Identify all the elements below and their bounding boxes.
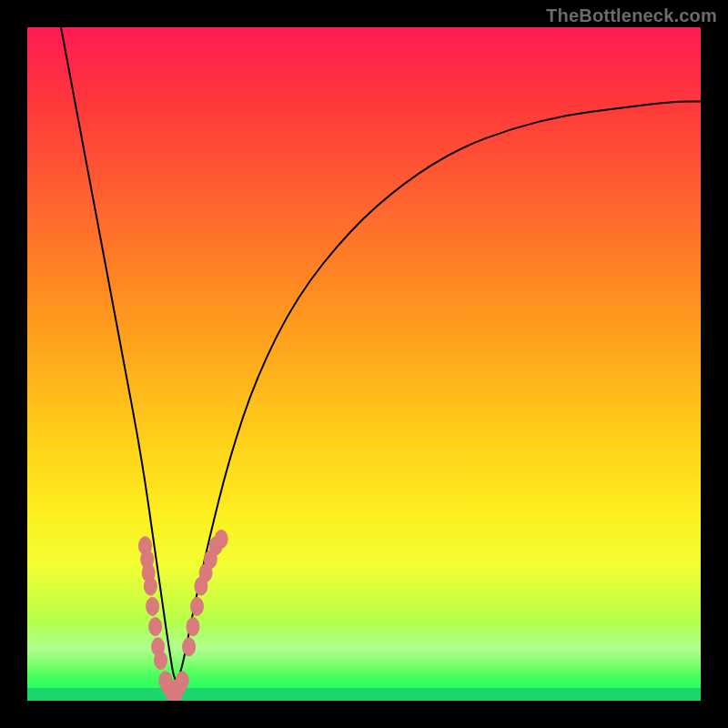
scatter-dot xyxy=(155,652,167,670)
chart-svg xyxy=(27,27,701,701)
scatter-dot xyxy=(149,618,162,636)
plot-area xyxy=(27,27,701,701)
scatter-dot xyxy=(176,672,188,690)
scatter-dot xyxy=(147,597,159,615)
scatter-dot xyxy=(183,638,196,656)
watermark-text: TheBottleneck.com xyxy=(546,5,717,26)
scatter-dots xyxy=(139,530,228,701)
scatter-dot xyxy=(187,618,199,636)
scatter-dot xyxy=(215,530,228,548)
bottleneck-curve xyxy=(61,27,701,681)
scatter-dot xyxy=(191,597,204,615)
scatter-dot xyxy=(144,577,157,595)
chart-frame: TheBottleneck.com xyxy=(0,0,728,728)
